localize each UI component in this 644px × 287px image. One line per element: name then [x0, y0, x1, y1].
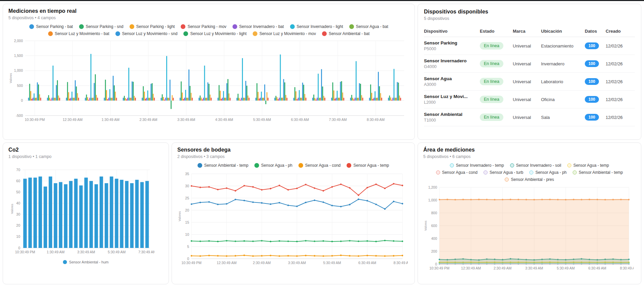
legend-swatch-icon [115, 31, 120, 36]
svg-text:60: 60 [16, 179, 20, 183]
svg-text:5: 5 [187, 245, 189, 249]
svg-text:1,000: 1,000 [14, 68, 23, 72]
panel-realtime-measurements: Mediciones en tiempo real 5 dispositivos… [3, 4, 415, 140]
legend-item[interactable]: Sensor Agua - cond [298, 163, 341, 168]
svg-text:5:30:49 AM: 5:30:49 AM [323, 261, 341, 265]
svg-text:70: 70 [16, 168, 20, 172]
legend-item[interactable]: Sensor Agua - ph [529, 170, 567, 175]
legend-item[interactable]: Sensor Parking - snd [79, 24, 123, 29]
device-row[interactable]: Sensor AguaA3000En líneaUniversalLaborat… [424, 73, 635, 91]
data-count-badge: 100 [585, 114, 599, 121]
legend-item[interactable]: Sensor Invernadero - bat [232, 24, 284, 29]
device-model: P5000 [424, 46, 477, 51]
legend-item[interactable]: Sensor Agua - temp [567, 163, 609, 168]
legend-label: Sensor Invernadero - temp [456, 163, 504, 168]
panel-subtitle: 5 dispositivos • 4 campos [8, 15, 409, 20]
legend-item[interactable]: Sensor Ambiental - pres [505, 177, 554, 182]
legend-label: Sensor Luz y Movimiento - snd [122, 31, 178, 36]
legend-label: Sensor Parking - mov [187, 24, 226, 29]
legend-label: Sensor Luz y Movimiento - light [190, 31, 246, 36]
status-badge: En línea [480, 96, 503, 103]
legend-swatch-icon [349, 24, 354, 29]
svg-text:30: 30 [185, 184, 189, 188]
co2-bar-chart: 01020304050607010:30:49 PM1:30:49 AM3:30… [10, 166, 154, 257]
panel-title: Dispositivos disponibles [424, 9, 635, 15]
panel-co2: Co2 1 dispositivo • 1 campo 010203040506… [3, 142, 169, 284]
legend-item[interactable]: Sensor Luz y Movimiento - light [183, 31, 246, 36]
legend-item[interactable]: Sensor Invernadero - temp [450, 163, 504, 168]
legend-label: Sensor Agua - temp [573, 163, 609, 168]
table-header-cell: Marca [513, 29, 538, 34]
svg-text:30: 30 [16, 212, 20, 216]
status-badge: En línea [480, 78, 503, 85]
legend-item[interactable]: Sensor Invernadero - soil [510, 163, 561, 168]
svg-text:5:30:49 AM: 5:30:49 AM [253, 118, 271, 122]
svg-text:1,000: 1,000 [428, 198, 437, 202]
svg-text:400: 400 [431, 236, 437, 241]
svg-text:2,000: 2,000 [14, 39, 23, 43]
legend-label: Sensor Parking - light [136, 24, 175, 29]
legend-item[interactable]: Sensor Luz y Movimiento - mov [253, 31, 316, 36]
legend-swatch-icon [322, 31, 327, 36]
legend-item[interactable]: Sensor Parking - mov [181, 24, 226, 29]
panel-available-devices: Dispositivos disponibles 5 dispositivos … [418, 4, 641, 140]
svg-text:2:30:49 AM: 2:30:49 AM [139, 118, 157, 122]
svg-text:-500: -500 [16, 114, 23, 118]
svg-text:12:30:49 AM: 12:30:49 AM [217, 261, 237, 265]
devices-table-header: DispositivoEstadoMarcaUbicaciónDatosCrea… [424, 26, 635, 37]
legend-item[interactable]: Sensor Agua - bat [349, 24, 388, 29]
legend-swatch-icon [29, 24, 34, 29]
svg-text:3:30:49 AM: 3:30:49 AM [77, 250, 95, 254]
device-brand: Universal [513, 43, 538, 49]
legend-item[interactable]: Sensor Agua - temp [347, 163, 389, 168]
legend-item[interactable]: Sensor Ambiental - temp [198, 163, 248, 168]
panel-subtitle: 1 dispositivo • 1 campo [8, 154, 163, 159]
svg-text:200: 200 [431, 249, 437, 253]
device-created-date: 12/02/26 [606, 79, 630, 84]
panel-subtitle: 2 dispositivos • 3 campos [177, 154, 409, 159]
svg-text:8:30:49 AM: 8:30:49 AM [367, 118, 385, 122]
legend-label: Sensor Ambiental - temp [204, 163, 248, 168]
legend-item[interactable]: Sensor Invernadero - light [290, 24, 343, 29]
svg-text:35: 35 [185, 172, 189, 176]
device-row[interactable]: Sensor ParkingP5000En líneaUniversalEsta… [424, 37, 635, 55]
legend-swatch-icon [232, 24, 237, 29]
svg-text:500: 500 [17, 84, 23, 88]
legend-swatch-icon [505, 178, 509, 182]
legend-item[interactable]: Sensor Agua - ph [254, 163, 292, 168]
table-header-cell: Creado [606, 29, 630, 34]
svg-text:6:30:49 AM: 6:30:49 AM [291, 118, 309, 122]
legend-swatch-icon [181, 24, 185, 29]
legend-item[interactable]: Sensor Parking - light [130, 24, 175, 29]
legend-label: Sensor Invernadero - light [297, 24, 343, 29]
svg-text:40: 40 [16, 201, 20, 205]
svg-text:800: 800 [431, 211, 437, 215]
legend-item[interactable]: Sensor Agua - cond [436, 170, 477, 175]
legend-swatch-icon [254, 163, 259, 168]
panel-title: Área de mediciones [423, 147, 636, 153]
svg-text:50: 50 [16, 190, 20, 194]
legend-item[interactable]: Sensor Ambiental - bat [322, 31, 369, 36]
legend-item[interactable]: Sensor Luz y Movimiento - bat [48, 31, 109, 36]
device-row[interactable]: Sensor AmbientalT1000En líneaUniversalSa… [424, 108, 635, 126]
dashboard: Mediciones en tiempo real 5 dispositivos… [0, 1, 644, 287]
area-chart-legend: Sensor Invernadero - tempSensor Invernad… [430, 163, 629, 182]
panel-title: Sensores de bodega [177, 147, 409, 153]
legend-item[interactable]: Sensor Ambiental - temp [573, 170, 623, 175]
legend-item[interactable]: Sensor Ambiental - hum [63, 260, 108, 264]
device-brand: Universal [513, 115, 538, 120]
panel-warehouse-sensors: Sensores de bodega 2 dispositivos • 3 ca… [172, 142, 415, 284]
device-row[interactable]: Sensor Luz y Movi...L2000En líneaUnivers… [424, 91, 635, 108]
svg-text:20: 20 [16, 223, 20, 227]
legend-label: Sensor Ambiental - bat [329, 31, 369, 36]
data-count-badge: 100 [585, 60, 599, 67]
legend-item[interactable]: Sensor Agua - turb [484, 170, 523, 175]
legend-swatch-icon [79, 24, 84, 29]
svg-text:3:30:49 AM: 3:30:49 AM [177, 118, 195, 122]
device-row[interactable]: Sensor InvernaderoG4000En líneaUniversal… [424, 55, 635, 73]
legend-item[interactable]: Sensor Parking - bat [29, 24, 73, 29]
legend-item[interactable]: Sensor Luz y Movimiento - snd [115, 31, 178, 36]
svg-text:6:30:49 AM: 6:30:49 AM [588, 266, 606, 270]
device-created-date: 12/02/26 [606, 97, 630, 102]
svg-text:0: 0 [18, 246, 20, 250]
